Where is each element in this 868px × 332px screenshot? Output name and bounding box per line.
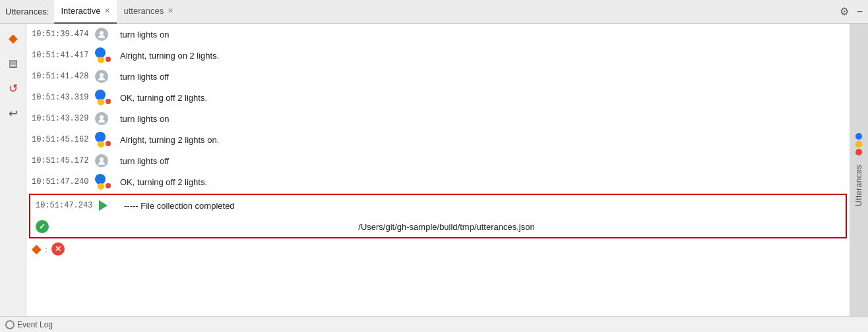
minimize-icon[interactable]: −	[857, 6, 863, 18]
green-check-icon	[36, 220, 49, 233]
file-collection-text: ----- File collection completed	[124, 201, 840, 211]
google-dots	[855, 133, 862, 155]
svg-point-3	[100, 157, 104, 161]
user-avatar	[95, 154, 116, 167]
undo-sidebar-icon[interactable]: ↺	[4, 79, 22, 97]
play-sidebar-icon[interactable]: ◆	[4, 29, 22, 47]
file-collection-row: 10:51:47.243 ----- File collection compl…	[30, 195, 846, 216]
play-arrow-icon	[99, 200, 108, 211]
bottom-action-row: ◆ : ✕	[26, 238, 850, 260]
google-yellow-dot	[855, 141, 862, 148]
bot-icon	[95, 47, 111, 63]
tab-interactive[interactable]: Interactive ✕	[54, 0, 117, 24]
svg-point-2	[100, 115, 104, 119]
google-blue-dot	[855, 133, 862, 140]
utterances-panel: 10:51:39.474 turn lights on 10:51:41.417…	[26, 24, 850, 316]
red-x-button[interactable]: ✕	[51, 242, 65, 256]
timestamp: 10:51:47.240	[32, 177, 91, 186]
utterance-row: 10:51:43.319 OK, turning off 2 lights.	[26, 87, 850, 108]
orange-play-icon[interactable]: ◆	[32, 242, 41, 256]
utterance-row: 10:51:41.428 turn lights off	[26, 66, 850, 87]
main-content: ◆ ▤ ↺ ↩ 10:51:39.474 turn lights on 10:5…	[0, 24, 868, 316]
tab-bar: Utterances: Interactive ✕ utterances ✕ ⚙…	[0, 0, 868, 24]
tab-utterances-label: utterances	[123, 6, 164, 16]
timestamp: 10:51:45.162	[32, 135, 91, 144]
bot-icon	[95, 90, 111, 105]
utterance-row: 10:51:45.162 Alright, turning 2 lights o…	[26, 129, 850, 150]
bot-avatar	[95, 90, 116, 105]
bot-avatar	[95, 47, 116, 63]
tab-utterances[interactable]: utterances ✕	[117, 0, 180, 24]
svg-point-0	[100, 31, 104, 35]
system-play-icon	[99, 200, 120, 211]
right-sidebar: Utterances	[850, 24, 868, 316]
event-log-label[interactable]: Event Log	[17, 320, 53, 329]
file-path-text: /Users/git/gh-sample/build/tmp/utterance…	[53, 222, 840, 232]
timestamp: 10:51:39.474	[32, 30, 91, 39]
bot-icon	[95, 174, 111, 190]
timestamp: 10:51:43.329	[32, 114, 91, 123]
timestamp: 10:51:47.243	[36, 201, 95, 210]
colon-separator: :	[45, 244, 47, 254]
utterance-row: 10:51:45.172 turn lights off	[26, 150, 850, 171]
utterance-row: 10:51:47.240 OK, turning off 2 lights.	[26, 171, 850, 192]
tab-utterances-close[interactable]: ✕	[168, 7, 173, 14]
timestamp: 10:51:43.319	[32, 93, 91, 102]
user-avatar	[95, 112, 116, 125]
bot-avatar	[95, 174, 116, 190]
google-red-dot	[855, 149, 862, 155]
utterance-row: 10:51:43.329 turn lights on	[26, 108, 850, 129]
file-path-row: /Users/git/gh-sample/build/tmp/utterance…	[30, 216, 846, 237]
gear-icon[interactable]: ⚙	[840, 5, 849, 18]
timestamp: 10:51:45.172	[32, 156, 91, 165]
bot-icon	[95, 132, 111, 148]
utterances-prefix-label: Utterances:	[5, 7, 49, 16]
user-icon	[95, 28, 108, 41]
tab-bar-actions: ⚙ −	[840, 5, 863, 18]
utterance-row: 10:51:41.417 Alright, turning on 2 light…	[26, 45, 850, 66]
event-log-icon	[5, 320, 15, 329]
back-sidebar-icon[interactable]: ↩	[4, 104, 22, 123]
bottom-bar: Event Log	[0, 316, 868, 332]
utterances-sidebar-label[interactable]: Utterances	[854, 165, 863, 206]
utterance-text: OK, turning off 2 lights.	[120, 93, 844, 103]
utterance-text: turn lights off	[120, 156, 844, 166]
timestamp: 10:51:41.417	[32, 51, 91, 60]
user-icon	[95, 112, 108, 125]
user-avatar	[95, 28, 116, 41]
user-avatar	[95, 70, 116, 83]
user-icon	[95, 70, 108, 83]
tab-interactive-close[interactable]: ✕	[104, 7, 110, 14]
user-icon	[95, 154, 108, 167]
utterance-text: turn lights on	[120, 114, 844, 124]
list-sidebar-icon[interactable]: ▤	[4, 54, 22, 72]
utterance-text: turn lights on	[120, 30, 844, 40]
bot-avatar	[95, 132, 116, 148]
svg-point-1	[100, 73, 104, 77]
utterance-row: 10:51:39.474 turn lights on	[26, 24, 850, 45]
utterance-text: turn lights off	[120, 72, 844, 82]
utterance-text: OK, turning off 2 lights.	[120, 177, 844, 187]
tab-interactive-label: Interactive	[61, 6, 100, 16]
timestamp: 10:51:41.428	[32, 72, 91, 81]
utterance-text: Alright, turning on 2 lights.	[120, 51, 844, 61]
left-sidebar: ◆ ▤ ↺ ↩	[0, 24, 26, 316]
utterance-text: Alright, turning 2 lights on.	[120, 135, 844, 145]
